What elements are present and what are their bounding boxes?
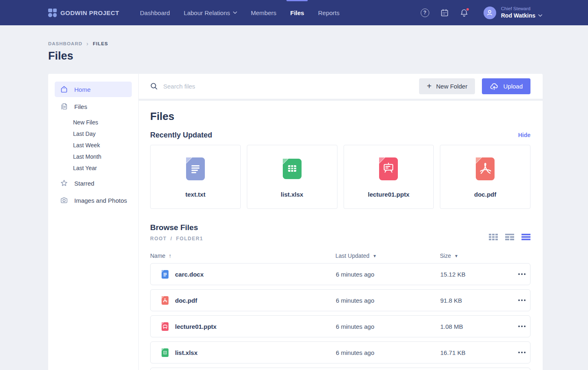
sidebar-subitem-last-month[interactable]: Last Month <box>73 151 132 162</box>
txt-file-icon <box>186 157 205 180</box>
file-name: lecture01.pptx <box>175 323 217 330</box>
table-row-carc-docx[interactable]: carc.docx 6 minutes ago 15.12 KB <box>150 263 530 285</box>
pdf-file-icon <box>476 157 495 180</box>
files-table-body: carc.docx 6 minutes ago 15.12 KB <box>150 263 530 370</box>
breadcrumb-dashboard[interactable]: DASHBOARD <box>48 41 82 46</box>
recently-updated-header: Recently Updated Hide <box>150 131 530 140</box>
file-card-name: text.txt <box>185 191 205 198</box>
top-navbar: GODWIN PROJECT Dashboard Labour Relation… <box>0 0 588 25</box>
grid-view-icon <box>489 234 498 240</box>
row-more-options-button[interactable] <box>514 270 530 278</box>
ellipsis-icon <box>518 273 520 275</box>
ellipsis-icon <box>518 352 520 353</box>
column-header-last-updated[interactable]: Last Updated ▼ <box>335 253 440 259</box>
nav-item-members[interactable]: Members <box>251 0 277 25</box>
file-card-text-txt[interactable]: text.txt <box>150 145 241 209</box>
notifications-button[interactable] <box>460 9 468 17</box>
grid-view-button[interactable] <box>489 234 498 240</box>
sidebar-subitem-last-day[interactable]: Last Day <box>73 128 132 140</box>
nav-item-files[interactable]: Files <box>290 0 304 25</box>
camera-icon <box>60 196 68 204</box>
chevron-down-icon <box>233 11 237 14</box>
comfy-view-button[interactable] <box>505 234 514 240</box>
help-button[interactable]: ? <box>421 9 429 17</box>
sort-asc-icon: ↑ <box>169 253 171 259</box>
file-name: doc.pdf <box>175 297 197 304</box>
comfy-view-icon <box>505 234 514 240</box>
file-size: 1.08 MB <box>440 323 514 330</box>
sidebar-subitem-new-files[interactable]: New Files <box>73 117 132 128</box>
nav-item-labour-relations[interactable]: Labour Relations <box>184 0 237 25</box>
sidebar-subitem-last-year[interactable]: Last Year <box>73 162 132 174</box>
list-view-button[interactable] <box>521 234 530 240</box>
file-updated: 6 minutes ago <box>336 297 440 304</box>
sidebar-item-home[interactable]: Home <box>55 82 132 97</box>
user-menu[interactable]: Chief Steward Rod Watkins <box>484 6 542 19</box>
sort-desc-icon: ▼ <box>454 254 458 258</box>
new-folder-button[interactable]: + New Folder <box>419 78 475 94</box>
calendar-button[interactable] <box>440 9 449 17</box>
browse-files-header: Browse Files ROOT / FOLDER1 <box>150 223 530 241</box>
sidebar-item-files[interactable]: Files <box>55 99 132 114</box>
sidebar-item-images-and-photos[interactable]: Images and Photos <box>55 193 132 208</box>
table-row-doc-pdf[interactable]: doc.pdf 6 minutes ago 91.8 KB <box>150 289 530 311</box>
home-icon <box>60 85 68 93</box>
files-toolbar: + New Folder Upload <box>139 74 543 99</box>
view-mode-toggles <box>489 234 530 241</box>
xlsx-file-icon <box>283 157 302 180</box>
ellipsis-icon <box>518 299 520 301</box>
sidebar-item-starred[interactable]: Starred <box>55 175 132 191</box>
table-row-lecture01-pptx[interactable]: lecture01.pptx 6 minutes ago 1.08 MB <box>150 315 530 337</box>
column-header-size[interactable]: Size ▼ <box>440 253 514 259</box>
help-icon: ? <box>421 9 429 17</box>
file-updated: 6 minutes ago <box>336 271 440 278</box>
table-row-list-xlsx[interactable]: list.xlsx 6 minutes ago 16.71 KB <box>150 341 530 363</box>
sidebar-subitem-last-week[interactable]: Last Week <box>73 140 132 151</box>
nav-item-dashboard[interactable]: Dashboard <box>140 0 170 25</box>
row-more-options-button[interactable] <box>514 296 530 304</box>
search-input[interactable] <box>163 83 339 90</box>
sidebar-item-label: Files <box>74 103 87 110</box>
file-updated: 6 minutes ago <box>336 349 440 356</box>
cloud-upload-icon <box>490 82 499 90</box>
sidebar-item-label: Home <box>74 86 91 93</box>
navbar-actions: ? <box>421 6 542 19</box>
pptx-file-icon <box>379 157 398 180</box>
files-content: Files Recently Updated Hide <box>139 101 543 370</box>
breadcrumb: DASHBOARD › FILES <box>48 40 588 47</box>
content-title: Files <box>150 110 530 123</box>
path-separator: / <box>171 236 173 241</box>
search-bar <box>150 82 419 90</box>
active-tab-indicator <box>286 0 308 1</box>
table-row-partial[interactable] <box>150 368 530 370</box>
docx-file-icon <box>162 270 169 279</box>
star-icon <box>60 179 68 187</box>
file-card-lecture01-pptx[interactable]: lecture01.pptx <box>344 145 434 209</box>
hide-link[interactable]: Hide <box>518 132 530 138</box>
column-header-name[interactable]: Name ↑ <box>150 253 335 259</box>
brand-logo[interactable]: GODWIN PROJECT <box>48 9 119 17</box>
file-card-list-xlsx[interactable]: list.xlsx <box>247 145 337 209</box>
file-size: 16.71 KB <box>440 349 514 356</box>
pdf-file-icon <box>162 296 169 305</box>
row-more-options-button[interactable] <box>514 348 530 357</box>
file-card-name: lecture01.pptx <box>368 191 410 198</box>
files-icon <box>60 102 68 111</box>
list-view-icon <box>521 234 530 240</box>
files-main: + New Folder Upload Files Recently Updat… <box>139 74 543 370</box>
ellipsis-icon <box>518 326 520 327</box>
folder-path-breadcrumb: ROOT / FOLDER1 <box>150 236 203 241</box>
path-folder1[interactable]: FOLDER1 <box>176 236 204 241</box>
file-card-doc-pdf[interactable]: doc.pdf <box>440 145 530 209</box>
row-more-options-button[interactable] <box>514 322 530 330</box>
path-root[interactable]: ROOT <box>150 236 167 241</box>
page-title: Files <box>48 50 588 62</box>
recently-updated-title: Recently Updated <box>150 131 212 140</box>
upload-button[interactable]: Upload <box>482 78 530 94</box>
avatar <box>484 7 496 19</box>
files-panel: Home Files New Files Last Day Last Week … <box>48 74 543 370</box>
file-name: list.xlsx <box>175 349 197 356</box>
files-sidebar: Home Files New Files Last Day Last Week … <box>48 74 139 370</box>
nav-item-reports[interactable]: Reports <box>318 0 339 25</box>
notification-badge-dot <box>466 7 470 11</box>
